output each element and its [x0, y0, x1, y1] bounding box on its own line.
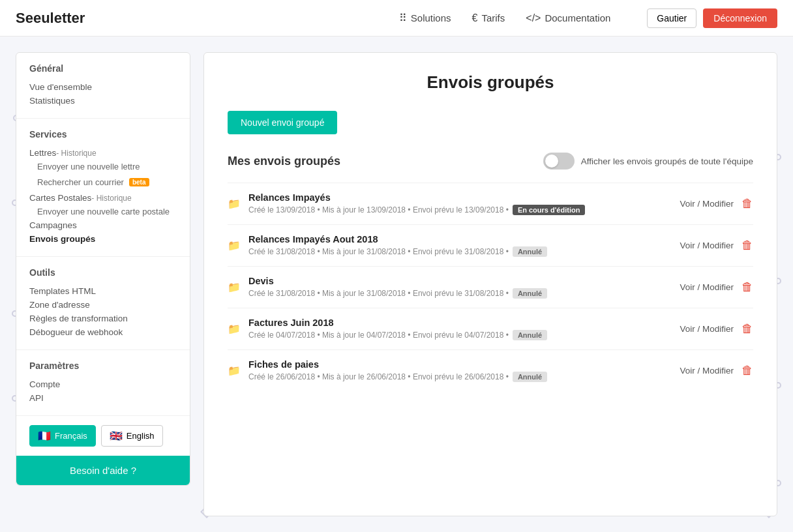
code-icon: </>	[526, 12, 541, 24]
envoi-name: Devis	[248, 276, 680, 286]
envoi-info: Relances Impayés Aout 2018 Créé le 31/08…	[248, 234, 680, 257]
envoi-info: Factures Juin 2018 Créé le 04/07/2018 • …	[248, 318, 680, 340]
sidebar-item-regles[interactable]: Règles de transformation	[29, 312, 177, 325]
fr-flag: 🇫🇷	[38, 430, 51, 442]
envoi-row: 📁 Relances Impayés Aout 2018 Créé le 31/…	[228, 224, 753, 266]
delete-button[interactable]: 🗑	[741, 197, 753, 211]
lang-fr-button[interactable]: 🇫🇷 Français	[29, 425, 96, 447]
beta-badge: beta	[129, 178, 149, 186]
lang-en-button[interactable]: 🇬🇧 English	[101, 425, 163, 447]
sidebar-parametres-section: Paramètres Compte API	[16, 350, 190, 416]
envoi-info: Fiches de paies Créé le 26/06/2018 • Mis…	[248, 359, 680, 382]
envoi-meta: Créé le 04/07/2018 • Mis à jour le 04/07…	[248, 330, 680, 340]
view-modify-link[interactable]: Voir / Modifier	[680, 324, 734, 334]
navbar: Seeuletter ⠿ Solutions € Tarifs </> Docu…	[0, 0, 793, 37]
user-button[interactable]: Gautier	[647, 8, 696, 28]
sidebar-item-compte[interactable]: Compte	[29, 377, 177, 391]
sidebar-general-title: Général	[29, 63, 177, 74]
sidebar-card: Général Vue d'ensemble Statistiques Serv…	[16, 52, 190, 486]
envoi-list: 📁 Relances Impayés Créé le 13/09/2018 • …	[228, 183, 753, 391]
en-flag: 🇬🇧	[110, 430, 123, 442]
euro-icon: €	[472, 12, 478, 24]
section-header: Mes envois groupés Afficher les envois g…	[228, 153, 753, 170]
brand-logo[interactable]: Seeuletter	[16, 10, 85, 27]
sidebar-outils-title: Outils	[29, 267, 177, 278]
envoi-meta: Créé le 13/09/2018 • Mis à jour le 13/09…	[248, 205, 680, 215]
language-buttons: 🇫🇷 Français 🇬🇧 English	[16, 416, 190, 456]
status-badge: En cours d'édition	[513, 205, 586, 215]
sidebar-item-api[interactable]: API	[29, 391, 177, 405]
envoi-name: Factures Juin 2018	[248, 318, 680, 328]
envoi-name: Relances Impayés	[248, 192, 680, 203]
sidebar-item-rechercher-courrier[interactable]: Rechercher un courrier beta	[29, 173, 177, 191]
envoi-name: Fiches de paies	[248, 359, 680, 370]
sidebar-services-section: Services Lettres- Historique Envoyer une…	[16, 119, 190, 257]
sidebar-rechercher-link[interactable]: Rechercher un courrier	[37, 175, 124, 189]
folder-icon: 📁	[228, 281, 241, 293]
view-modify-link[interactable]: Voir / Modifier	[680, 241, 734, 250]
nav-solutions[interactable]: ⠿ Solutions	[399, 12, 451, 24]
delete-button[interactable]: 🗑	[741, 239, 753, 252]
navbar-right: Gautier Déconnexion	[647, 8, 777, 28]
envoi-actions: Voir / Modifier 🗑	[680, 197, 753, 211]
delete-button[interactable]: 🗑	[741, 322, 753, 336]
sidebar-item-campagnes[interactable]: Campagnes	[29, 218, 177, 232]
view-modify-link[interactable]: Voir / Modifier	[680, 282, 734, 292]
envoi-actions: Voir / Modifier 🗑	[680, 322, 753, 336]
status-badge: Annulé	[513, 246, 547, 257]
envoi-meta: Créé le 26/06/2018 • Mis à jour le 26/06…	[248, 372, 680, 382]
toggle-label: Afficher les envois groupés de toute l'é…	[581, 156, 753, 166]
sidebar: Général Vue d'ensemble Statistiques Serv…	[16, 52, 190, 516]
nav-documentation[interactable]: </> Documentation	[526, 12, 610, 24]
envoi-name: Relances Impayés Aout 2018	[248, 234, 680, 244]
section-title: Mes envois groupés	[228, 155, 340, 168]
delete-button[interactable]: 🗑	[741, 280, 753, 294]
sidebar-item-envois-groupes[interactable]: Envois groupés	[29, 232, 177, 246]
main-content: Envois groupés Nouvel envoi groupé Mes e…	[203, 52, 777, 516]
envoi-row: 📁 Fiches de paies Créé le 26/06/2018 • M…	[228, 349, 753, 391]
folder-icon: 📁	[228, 323, 241, 335]
logout-button[interactable]: Déconnexion	[703, 8, 777, 28]
envoi-actions: Voir / Modifier 🗑	[680, 239, 753, 252]
new-envoi-button[interactable]: Nouvel envoi groupé	[228, 111, 337, 134]
envoi-row: 📁 Factures Juin 2018 Créé le 04/07/2018 …	[228, 308, 753, 349]
page-title: Envois groupés	[228, 72, 753, 93]
envoi-actions: Voir / Modifier 🗑	[680, 364, 753, 377]
sidebar-item-debogueur[interactable]: Débogueur de webhook	[29, 325, 177, 339]
envoi-actions: Voir / Modifier 🗑	[680, 280, 753, 294]
sidebar-item-templates[interactable]: Templates HTML	[29, 284, 177, 298]
nav-tarifs[interactable]: € Tarifs	[472, 12, 505, 24]
folder-icon: 📁	[228, 198, 241, 210]
sidebar-item-envoyer-lettre[interactable]: Envoyer une nouvelle lettre	[29, 160, 177, 173]
envoi-meta: Créé le 31/08/2018 • Mis à jour le 31/08…	[248, 288, 680, 299]
sidebar-item-vue-ensemble[interactable]: Vue d'ensemble	[29, 80, 177, 94]
view-modify-link[interactable]: Voir / Modifier	[680, 199, 734, 209]
envoi-row: 📁 Relances Impayés Créé le 13/09/2018 • …	[228, 183, 753, 224]
envoi-info: Relances Impayés Créé le 13/09/2018 • Mi…	[248, 192, 680, 215]
sidebar-outils-section: Outils Templates HTML Zone d'adresse Règ…	[16, 257, 190, 350]
sidebar-item-lettres[interactable]: Lettres- Historique	[29, 146, 177, 160]
grid-icon: ⠿	[399, 12, 407, 24]
sidebar-item-envoyer-carte[interactable]: Envoyer une nouvelle carte postale	[29, 205, 177, 218]
sidebar-services-title: Services	[29, 129, 177, 140]
sidebar-item-statistiques[interactable]: Statistiques	[29, 94, 177, 108]
view-modify-link[interactable]: Voir / Modifier	[680, 366, 734, 376]
page-wrapper: Général Vue d'ensemble Statistiques Serv…	[0, 37, 793, 532]
delete-button[interactable]: 🗑	[741, 364, 753, 377]
nav-links: ⠿ Solutions € Tarifs </> Documentation	[399, 12, 611, 24]
envoi-info: Devis Créé le 31/08/2018 • Mis à jour le…	[248, 276, 680, 299]
envoi-row: 📁 Devis Créé le 31/08/2018 • Mis à jour …	[228, 266, 753, 308]
envoi-meta: Créé le 31/08/2018 • Mis à jour le 31/08…	[248, 246, 680, 257]
folder-icon: 📁	[228, 364, 241, 377]
sidebar-parametres-title: Paramètres	[29, 361, 177, 371]
team-toggle[interactable]	[543, 153, 575, 170]
sidebar-item-zone-adresse[interactable]: Zone d'adresse	[29, 298, 177, 312]
sidebar-item-cartes-postales[interactable]: Cartes Postales- Historique	[29, 191, 177, 205]
status-badge: Annulé	[513, 372, 547, 382]
sidebar-general-section: Général Vue d'ensemble Statistiques	[16, 53, 190, 119]
toggle-area: Afficher les envois groupés de toute l'é…	[543, 153, 753, 170]
status-badge: Annulé	[513, 330, 547, 340]
help-button[interactable]: Besoin d'aide ?	[16, 456, 190, 485]
status-badge: Annulé	[513, 288, 547, 299]
folder-icon: 📁	[228, 239, 241, 252]
